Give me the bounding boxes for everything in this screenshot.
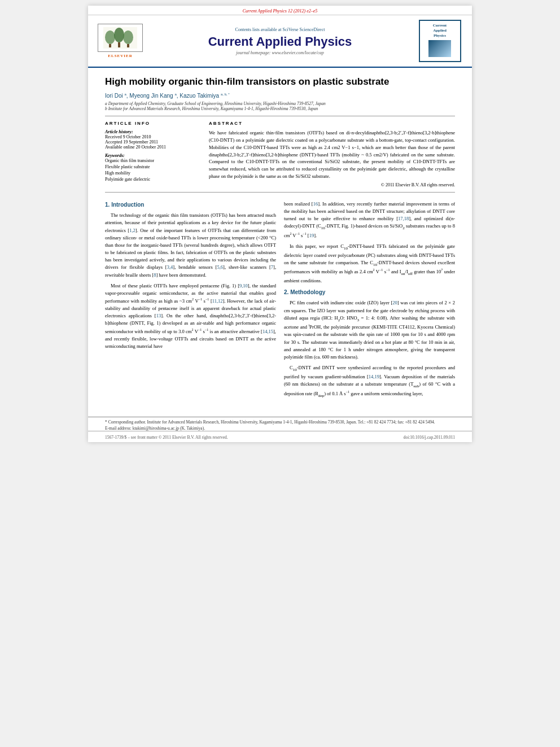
ref-20[interactable]: 20: [392, 300, 397, 305]
ref-8[interactable]: 8: [154, 272, 156, 278]
methodology-number: 2.: [284, 289, 288, 295]
sciverse-link-text[interactable]: SciVerse ScienceDirect: [283, 27, 325, 32]
article-info-abstract: ARTICLE INFO Article history: Received 9…: [105, 116, 455, 192]
keyword-2: Flexible plastic substrate: [105, 164, 201, 169]
sciverse-info: Contents lists available at SciVerse Sci…: [150, 27, 410, 32]
journal-issue: Current Applied Physics 12 (2012) e2–e5: [243, 8, 318, 14]
methodology-para-1: PC film coated with indium-zinc oxide (I…: [284, 299, 455, 361]
right-para-1: been realized [16]. In addition, very re…: [284, 200, 455, 239]
issn-line: 1567-1739/$ – see front matter © 2011 El…: [105, 435, 228, 440]
ref-13[interactable]: 13: [156, 313, 161, 318]
ref-14-15[interactable]: 14,15: [262, 328, 273, 334]
body-right-col: been realized [16]. In addition, very re…: [284, 200, 455, 402]
corresponding-author-note: * Corresponding author. Institute for Ad…: [105, 420, 455, 425]
journal-title-area: Contents lists available at SciVerse Sci…: [150, 27, 410, 55]
abstract-header: ABSTRACT: [209, 121, 455, 126]
abstract-text: We have fabricated organic thin-film tra…: [209, 129, 455, 180]
available-date: Available online 20 October 2011: [105, 145, 201, 150]
journal-header: ELSEVIER Contents lists available at Sci…: [88, 15, 472, 68]
history-label: Article history:: [105, 129, 201, 134]
methodology-para-2: C10-DNTT and DNTT were synthesized accor…: [284, 364, 455, 399]
footnotes-section: * Corresponding author. Institute for Ad…: [88, 417, 472, 431]
elsevier-wordmark: ELSEVIER: [108, 54, 132, 58]
keyword-4: Polyimide gate dielectric: [105, 177, 201, 182]
doi-line: doi:10.1016/j.cap.2011.09.011: [404, 435, 455, 440]
intro-section-title: 1. Introduction: [105, 200, 276, 209]
author-doi: Iori Doi a: [105, 93, 126, 99]
elsevier-tree-image: [98, 24, 143, 52]
keywords-block: Keywords: Organic thin film transistor F…: [105, 153, 201, 182]
svg-point-1: [105, 30, 115, 44]
affiliation-b: b Institute for Advanced Materials Resea…: [105, 106, 455, 111]
ref-17-18[interactable]: 17,18: [398, 216, 409, 221]
affiliations: a Department of Applied Chemistry, Gradu…: [105, 101, 455, 111]
ref-19[interactable]: 19: [309, 233, 314, 238]
svg-rect-6: [127, 44, 129, 47]
article-info-col: ARTICLE INFO Article history: Received 9…: [105, 121, 201, 187]
svg-rect-4: [109, 44, 111, 47]
ref-7[interactable]: 7: [271, 264, 273, 270]
logo-title-text: CurrentAppliedPhysics: [433, 23, 447, 38]
keywords-label: Keywords:: [105, 153, 201, 158]
elsevier-logo-area: ELSEVIER: [95, 24, 146, 58]
svg-point-2: [114, 28, 124, 42]
methodology-section-title: 2. Methodology: [284, 288, 455, 297]
ref-11-12[interactable]: 11,12: [212, 298, 223, 304]
ref-14-19[interactable]: 14,19: [369, 374, 379, 379]
journal-logo-right: CurrentAppliedPhysics: [414, 20, 465, 62]
author-kang: Myeong Jin Kang a: [129, 93, 176, 99]
intro-number: 1.: [105, 202, 110, 208]
page-footer: 1567-1739/$ – see front matter © 2011 El…: [88, 431, 472, 442]
svg-rect-5: [118, 42, 120, 47]
accepted-date: Accepted 19 September 2011: [105, 139, 201, 145]
ref-16[interactable]: 16: [313, 201, 318, 207]
right-para-2: In this paper, we report C10-DNTT-based …: [284, 243, 455, 285]
affiliation-a: a Department of Applied Chemistry, Gradu…: [105, 101, 455, 106]
keyword-3: High mobility: [105, 171, 201, 176]
authors-line: Iori Doi a, Myeong Jin Kang a, Kazuo Tak…: [105, 93, 455, 99]
article-content: High mobility organic thin-film transist…: [88, 68, 472, 413]
ref-9-10[interactable]: 9,10: [239, 283, 248, 289]
ref-5-6[interactable]: 5,6: [217, 264, 223, 270]
author-takimiya: Kazuo Takimiya a, b, *: [180, 93, 229, 99]
article-history: Article history: Received 9 October 2010…: [105, 129, 201, 150]
journal-main-title: Current Applied Physics: [150, 34, 410, 49]
intro-para-1: The technology of the organic thin film …: [105, 212, 276, 279]
journal-cover-image: [428, 40, 451, 57]
intro-para-2: Most of these plastic OTFTs have employe…: [105, 282, 276, 350]
methodology-title: Methodology: [290, 289, 325, 295]
article-body: 1. Introduction The technology of the or…: [105, 200, 455, 402]
keyword-1: Organic thin film transistor: [105, 158, 201, 163]
journal-top-bar: Current Applied Physics 12 (2012) e2–e5: [88, 6, 472, 15]
ref-3-4[interactable]: 3,4: [167, 264, 173, 270]
body-left-col: 1. Introduction The technology of the or…: [105, 200, 276, 402]
article-title: High mobility organic thin-film transist…: [105, 76, 455, 88]
article-info-header: ARTICLE INFO: [105, 121, 201, 126]
intro-title: Introduction: [111, 202, 144, 208]
copyright: © 2011 Elsevier B.V. All rights reserved…: [209, 182, 455, 187]
ref-1-2[interactable]: 1,2: [129, 228, 135, 233]
email-note: E-mail address: ktakimi@hiroshima-u.ac.j…: [105, 426, 455, 431]
journal-cover-logo: CurrentAppliedPhysics: [419, 20, 461, 62]
article-page: Current Applied Physics 12 (2012) e2–e5 …: [88, 6, 472, 442]
received-date: Received 9 October 2010: [105, 134, 201, 139]
keywords-list: Organic thin film transistor Flexible pl…: [105, 158, 201, 182]
journal-homepage: journal homepage: www.elsevier.com/locat…: [150, 50, 410, 55]
abstract-col: ABSTRACT We have fabricated organic thin…: [209, 121, 455, 187]
svg-point-3: [123, 30, 133, 44]
